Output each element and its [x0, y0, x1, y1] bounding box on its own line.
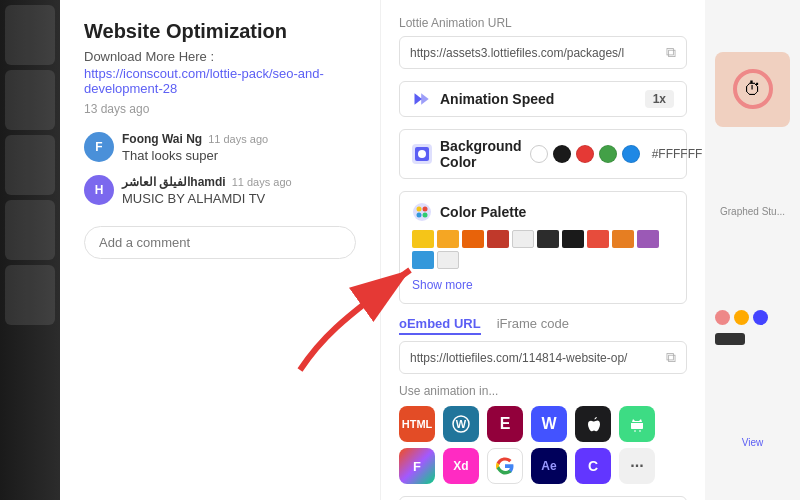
download-link[interactable]: https://iconscout.com/lottie-pack/seo-an… — [84, 66, 356, 96]
tab-oembed[interactable]: oEmbed URL — [399, 316, 481, 335]
svg-marker-1 — [421, 93, 429, 105]
palette-swatch-12[interactable] — [437, 251, 459, 269]
show-more-link[interactable]: Show more — [412, 278, 473, 292]
commenter-name-2: الفيلق العاشرhamdi — [122, 175, 226, 189]
palette-swatch-4[interactable] — [487, 230, 509, 248]
app-icon-webflow[interactable]: W — [531, 406, 567, 442]
app-icon-creative[interactable]: C — [575, 448, 611, 484]
use-in-label: Use animation in... — [399, 384, 687, 398]
palette-swatch-8[interactable] — [587, 230, 609, 248]
animation-speed-row[interactable]: Animation Speed 1x — [399, 81, 687, 117]
palette-swatch-11[interactable] — [412, 251, 434, 269]
app-icons-row-1: HTML W E W — [399, 406, 687, 442]
palette-swatch-6[interactable] — [537, 230, 559, 248]
svg-point-7 — [423, 207, 428, 212]
app-icon-more[interactable]: ··· — [619, 448, 655, 484]
svg-point-4 — [418, 150, 426, 158]
app-icon-elementor[interactable]: E — [487, 406, 523, 442]
comment-text-1: That looks super — [122, 148, 356, 163]
use-in-section: Use animation in... HTML W E W — [399, 384, 687, 484]
right-panel: Lottie Animation URL https://assets3.lot… — [380, 0, 705, 500]
comment-content-2: الفيلق العاشرhamdi 11 days ago MUSIC BY … — [122, 175, 356, 206]
download-label: Download More Here : — [84, 49, 356, 64]
animation-speed-icon — [412, 91, 432, 107]
copy-lottie-url-icon[interactable]: ⧉ — [666, 44, 676, 61]
lottie-url-label: Lottie Animation URL — [399, 16, 687, 30]
center-panel: Website Optimization Download More Here … — [60, 0, 380, 500]
svg-point-6 — [417, 207, 422, 212]
avatar-2: H — [84, 175, 114, 205]
embed-url-text: https://lottiefiles.com/114814-website-o… — [410, 351, 660, 365]
svg-point-5 — [413, 203, 431, 221]
lottie-url-text: https://assets3.lottiefiles.com/packages… — [410, 46, 660, 60]
svg-text:W: W — [456, 418, 467, 430]
comment-content-1: Foong Wai Ng 11 days ago That looks supe… — [122, 132, 356, 163]
app-icons-grid: HTML W E W F Xd — [399, 406, 687, 484]
svg-point-8 — [417, 213, 422, 218]
swatch-black[interactable] — [553, 145, 571, 163]
lottie-url-row: https://assets3.lottiefiles.com/packages… — [399, 36, 687, 69]
swatch-green[interactable] — [599, 145, 617, 163]
add-comment-input[interactable] — [84, 226, 356, 259]
commenter-name-1: Foong Wai Ng — [122, 132, 202, 146]
comment-item-2: H الفيلق العاشرhamdi 11 days ago MUSIC B… — [84, 175, 356, 206]
swatch-blue[interactable] — [622, 145, 640, 163]
copy-embed-url-icon[interactable]: ⧉ — [666, 349, 676, 366]
color-palette-section: Color Palette Show more — [399, 191, 687, 304]
color-swatches — [530, 145, 640, 163]
time-ago: 13 days ago — [84, 102, 356, 116]
app-icon-figma[interactable]: F — [399, 448, 435, 484]
comment-text-2: MUSIC BY ALHAMDI TV — [122, 191, 356, 206]
comment-time-1: 11 days ago — [208, 133, 268, 145]
app-icon-apple[interactable] — [575, 406, 611, 442]
background-color-row[interactable]: Background Color #FFFFFF — [399, 129, 687, 179]
app-icon-html[interactable]: HTML — [399, 406, 435, 442]
app-icons-row-2: F Xd Ae C ··· — [399, 448, 687, 484]
palette-swatch-5[interactable] — [512, 230, 534, 248]
svg-point-9 — [423, 213, 428, 218]
palette-swatch-7[interactable] — [562, 230, 584, 248]
embed-url-row: https://lottiefiles.com/114814-website-o… — [399, 341, 687, 374]
comment-item-1: F Foong Wai Ng 11 days ago That looks su… — [84, 132, 356, 163]
palette-swatch-3[interactable] — [462, 230, 484, 248]
interactivity-row[interactable]: 🖱 Interactivity — [399, 496, 687, 500]
palette-swatch-9[interactable] — [612, 230, 634, 248]
app-icon-wordpress[interactable]: W — [443, 406, 479, 442]
app-icon-android[interactable] — [619, 406, 655, 442]
svg-marker-0 — [415, 93, 423, 105]
embed-tabs: oEmbed URL iFrame code — [399, 316, 687, 335]
animation-speed-label: Animation Speed — [440, 91, 637, 107]
hex-value: #FFFFFF — [652, 147, 703, 161]
app-icon-after-effects[interactable]: Ae — [531, 448, 567, 484]
background-color-icon — [412, 144, 432, 164]
palette-swatch-2[interactable] — [437, 230, 459, 248]
app-icon-xd[interactable]: Xd — [443, 448, 479, 484]
palette-swatch-10[interactable] — [637, 230, 659, 248]
palette-colors — [412, 230, 674, 269]
swatch-white[interactable] — [530, 145, 548, 163]
app-icon-google[interactable] — [487, 448, 523, 484]
color-palette-icon — [412, 202, 432, 222]
page-title: Website Optimization — [84, 20, 356, 43]
background-color-label: Background Color — [440, 138, 522, 170]
tab-iframe[interactable]: iFrame code — [497, 316, 569, 335]
palette-swatch-1[interactable] — [412, 230, 434, 248]
animation-speed-value: 1x — [645, 90, 674, 108]
color-palette-label: Color Palette — [440, 204, 526, 220]
comment-time-2: 11 days ago — [232, 176, 292, 188]
swatch-red[interactable] — [576, 145, 594, 163]
avatar-1: F — [84, 132, 114, 162]
